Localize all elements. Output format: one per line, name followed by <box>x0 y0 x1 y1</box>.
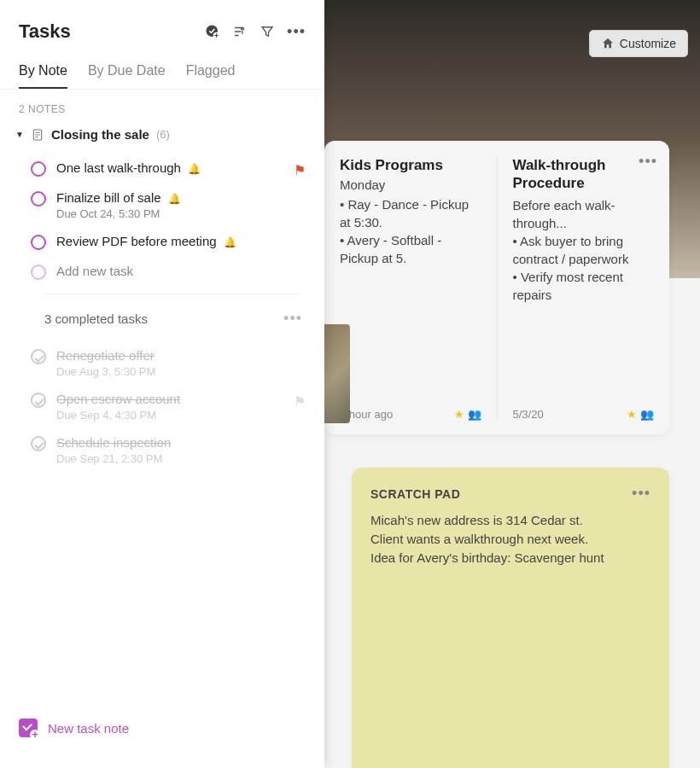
shared-icon: 👥 <box>640 408 654 421</box>
add-task-icon[interactable] <box>205 24 220 39</box>
task-checkbox-checked[interactable] <box>31 436 46 451</box>
group-count: (6) <box>156 128 170 141</box>
note-card-body: • Ray - Dance - Pickup at 5:30. • Avery … <box>340 195 481 399</box>
add-task-label: Add new task <box>56 264 133 278</box>
star-icon: ★ <box>627 408 637 421</box>
note-icon <box>31 128 44 142</box>
group-name: Closing the sale <box>51 127 149 142</box>
sidebar-title: Tasks <box>19 20 71 43</box>
task-checkbox[interactable] <box>31 265 46 280</box>
task-row-completed[interactable]: Renegotiate offer Due Aug 3, 5:30 PM <box>10 341 314 385</box>
thumbnail-peek <box>324 324 350 423</box>
note-card-title: Walk-through Procedure <box>513 156 655 193</box>
scratch-body[interactable]: Micah's new address is 314 Cedar st. Cli… <box>370 511 650 567</box>
tasks-sidebar: Tasks ••• By Note By Due Date Flagged 2 … <box>0 0 324 768</box>
task-title: Open escrow account <box>56 392 180 406</box>
note-card-subtitle: Monday <box>340 177 481 192</box>
note-group-header[interactable]: ▼ Closing the sale (6) <box>10 124 314 145</box>
scratch-title: SCRATCH PAD <box>370 487 460 501</box>
task-title: Renegotiate offer <box>56 348 155 363</box>
task-row-completed[interactable]: Schedule inspection Due Sep 21, 2:30 PM <box>10 428 314 472</box>
completed-more-icon[interactable]: ••• <box>283 310 302 328</box>
note-card-time: 5/3/20 <box>513 408 544 421</box>
reminder-icon: 🔔 <box>224 236 236 248</box>
reminder-icon: 🔔 <box>168 193 181 205</box>
task-checkbox[interactable] <box>31 161 46 177</box>
notes-count: 2 NOTES <box>0 90 324 124</box>
shared-icon: 👥 <box>468 408 481 421</box>
cards-more-icon[interactable]: ••• <box>639 153 657 171</box>
tabs: By Note By Due Date Flagged <box>0 43 324 90</box>
note-card-title: Kids Programs <box>340 156 481 174</box>
tab-by-due-date[interactable]: By Due Date <box>88 63 166 89</box>
task-due: Due Oct 24, 5:30 PM <box>56 207 309 220</box>
completed-count-label[interactable]: 3 completed tasks <box>44 311 148 326</box>
task-checkbox-checked[interactable] <box>31 349 46 364</box>
task-row[interactable]: Finalize bill of sale 🔔 Due Oct 24, 5:30… <box>10 183 314 227</box>
task-due: Due Sep 4, 4:30 PM <box>56 409 309 422</box>
customize-label: Customize <box>620 37 676 50</box>
scratch-pad[interactable]: SCRATCH PAD ••• Micah's new address is 3… <box>352 468 669 768</box>
main-content-area: Customize ••• Kids Programs Monday • Ray… <box>324 0 700 768</box>
chevron-down-icon: ▼ <box>15 130 24 139</box>
task-row-completed[interactable]: Open escrow account Due Sep 4, 4:30 PM ⚑ <box>10 385 314 428</box>
note-card[interactable]: Kids Programs Monday • Ray - Dance - Pic… <box>324 156 497 421</box>
flag-icon[interactable]: ⚑ <box>294 162 306 178</box>
task-title: One last walk-through <box>56 160 181 175</box>
notes-cards-row: ••• Kids Programs Monday • Ray - Dance -… <box>324 141 669 434</box>
reminder-icon: 🔔 <box>188 163 201 175</box>
filter-icon[interactable] <box>260 24 275 39</box>
note-card[interactable]: Walk-through Procedure Before each walk-… <box>497 156 670 421</box>
scratch-more-icon[interactable]: ••• <box>632 485 650 503</box>
task-title: Finalize bill of sale <box>56 190 161 205</box>
home-icon <box>601 37 615 50</box>
sort-icon[interactable] <box>232 24 248 39</box>
task-checkbox[interactable] <box>31 235 46 250</box>
tab-flagged[interactable]: Flagged <box>186 63 236 89</box>
new-task-note-button[interactable]: New task note <box>48 721 129 736</box>
customize-button[interactable]: Customize <box>589 30 688 57</box>
divider <box>44 294 299 294</box>
task-title: Review PDF before meeting <box>56 234 217 248</box>
note-card-body: Before each walk-through... • Ask buyer … <box>513 196 655 400</box>
task-checkbox-checked[interactable] <box>31 393 46 408</box>
task-due: Due Sep 21, 2:30 PM <box>56 452 309 465</box>
task-row[interactable]: Review PDF before meeting 🔔 <box>10 227 314 257</box>
task-title: Schedule inspection <box>56 435 171 450</box>
star-icon: ★ <box>454 408 464 421</box>
task-checkbox[interactable] <box>31 191 46 207</box>
flag-icon[interactable]: ⚑ <box>294 393 306 410</box>
tab-by-note[interactable]: By Note <box>19 63 67 89</box>
new-task-note-icon[interactable] <box>19 719 38 737</box>
more-icon[interactable]: ••• <box>287 23 306 41</box>
task-due: Due Aug 3, 5:30 PM <box>56 365 309 378</box>
task-row[interactable]: One last walk-through 🔔 ⚑ <box>10 154 314 183</box>
add-task-row[interactable]: Add new task <box>10 257 314 287</box>
